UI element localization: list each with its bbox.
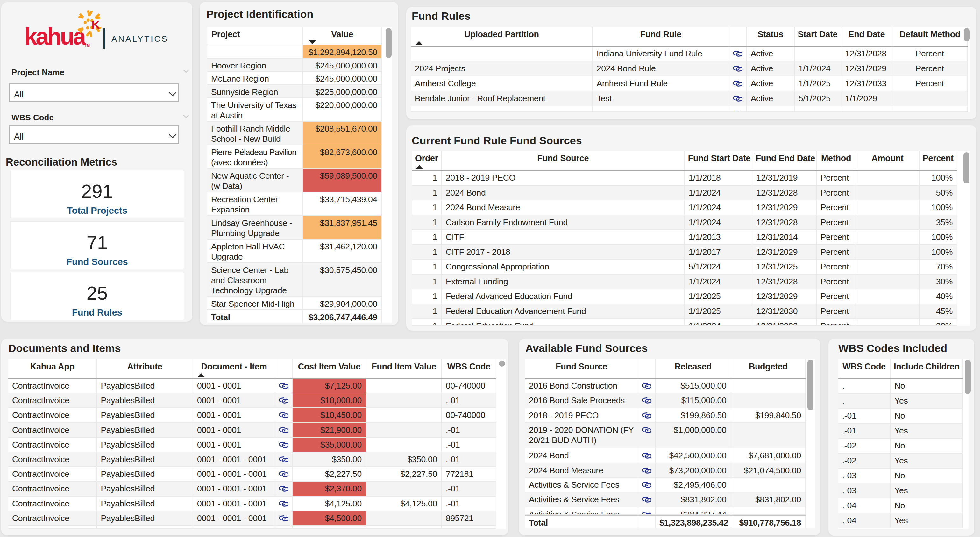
svg-text:K: K — [92, 19, 100, 31]
